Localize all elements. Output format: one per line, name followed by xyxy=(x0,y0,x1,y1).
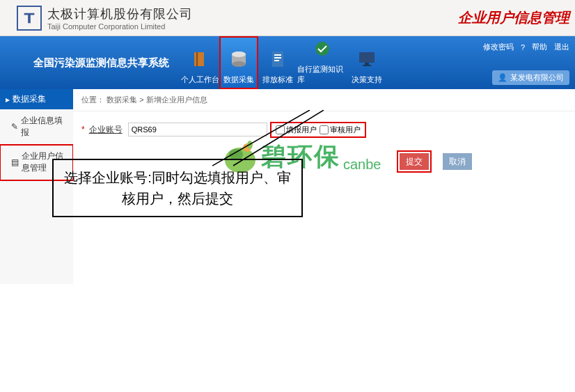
sidebar-header-label: 数据采集 xyxy=(13,93,46,105)
logo-area: 太极计算机股份有限公司 Taiji Computer Corporation L… xyxy=(17,6,193,31)
svg-rect-9 xyxy=(274,60,279,61)
svg-rect-6 xyxy=(272,52,283,67)
nav-item-knowledge[interactable]: 自行监测知识库 xyxy=(297,36,347,89)
user-badge-label: 某发电有限公司 xyxy=(510,72,564,83)
nav-right-links: 修改密码 ? 帮助 退出 xyxy=(483,42,569,52)
body-area: ▸ 数据采集 ✎ 企业信息填报 ▤ 企业用户信息管理 位置： 数据采集 > 新增… xyxy=(0,89,575,284)
nav-label: 决策支持 xyxy=(352,75,382,85)
nav-item-data-collection[interactable]: 数据采集 xyxy=(219,36,258,89)
nav-label: 排放标准 xyxy=(262,75,293,85)
account-label[interactable]: 企业账号 xyxy=(89,124,123,136)
checkbox-review-user[interactable]: 审核用户 xyxy=(320,125,361,135)
svg-rect-8 xyxy=(274,57,281,58)
sidebar-item-enterprise-info[interactable]: ✎ 企业信息填报 xyxy=(0,109,73,145)
breadcrumb-p1[interactable]: 数据采集 xyxy=(107,95,137,104)
system-title: 全国污染源监测信息共享系统 xyxy=(33,56,169,70)
sidebar-item-label: 企业信息填报 xyxy=(21,115,68,139)
logo-icon xyxy=(17,6,42,31)
svg-point-10 xyxy=(315,42,329,56)
monitor-icon xyxy=(354,47,379,72)
help-link[interactable]: 帮助 xyxy=(532,42,547,52)
document-icon xyxy=(265,47,290,72)
app-header: 太极计算机股份有限公司 Taiji Computer Corporation L… xyxy=(0,0,575,36)
checkbox-fill-user[interactable]: 填报用户 xyxy=(276,125,317,135)
nav-label: 个人工作台 xyxy=(181,75,219,85)
nav-item-emission-standard[interactable]: 排放标准 xyxy=(258,36,297,89)
required-star: * xyxy=(81,125,85,134)
chevron-right-icon: ▸ xyxy=(6,95,10,104)
cancel-button[interactable]: 取消 xyxy=(443,153,472,170)
user-badge[interactable]: 👤 某发电有限公司 xyxy=(492,70,569,85)
form-row: * 企业账号 填报用户 审核用户 xyxy=(73,111,575,148)
monitoring-icon xyxy=(310,36,335,61)
annotation-box: 选择企业账号:同时勾选填报用户、审核用户，然后提交 xyxy=(52,159,303,217)
help-icon: ? xyxy=(521,43,525,52)
checkbox-label: 审核用户 xyxy=(330,125,361,135)
breadcrumb-p2: 新增企业用户信息 xyxy=(146,95,207,104)
svg-point-5 xyxy=(232,52,246,57)
book-icon xyxy=(187,47,212,72)
logout-link[interactable]: 退出 xyxy=(554,42,569,52)
page-title: 企业用户信息管理 xyxy=(458,8,569,27)
submit-button[interactable]: 提交 xyxy=(400,153,429,170)
svg-rect-0 xyxy=(194,52,204,66)
svg-point-4 xyxy=(232,61,246,67)
nav-label: 数据采集 xyxy=(223,75,254,85)
nav-items: 个人工作台 数据采集 排放标准 自行监测知识库 决策支持 xyxy=(180,36,386,89)
nav-label: 自行监测知识库 xyxy=(297,64,347,85)
nav-item-workspace[interactable]: 个人工作台 xyxy=(180,36,219,89)
user-icon: 👤 xyxy=(498,73,507,82)
account-input[interactable] xyxy=(128,123,267,136)
edit-icon: ✎ xyxy=(11,122,18,132)
breadcrumb-sep: > xyxy=(139,95,145,104)
database-icon xyxy=(226,47,251,72)
main-content: 位置： 数据采集 > 新增企业用户信息 * 企业账号 填报用户 审核用户 提交 xyxy=(73,89,575,284)
sidebar-header[interactable]: ▸ 数据采集 xyxy=(0,89,73,109)
list-icon: ▤ xyxy=(11,157,19,167)
svg-rect-7 xyxy=(274,54,281,56)
checkbox-group: 填报用户 审核用户 xyxy=(271,123,365,136)
breadcrumb-prefix: 位置： xyxy=(81,95,104,104)
modify-password-link[interactable]: 修改密码 xyxy=(483,42,514,52)
main-navbar: 全国污染源监测信息共享系统 个人工作台 数据采集 排放标准 自行监测知识库 决策… xyxy=(0,36,575,89)
company-name-en: Taiji Computer Corporation Limited xyxy=(47,22,193,31)
svg-rect-13 xyxy=(363,65,371,66)
checkbox-fill-user-input[interactable] xyxy=(276,125,285,134)
svg-rect-12 xyxy=(365,63,369,65)
breadcrumb: 位置： 数据采集 > 新增企业用户信息 xyxy=(73,89,575,111)
checkbox-review-user-input[interactable] xyxy=(320,125,329,134)
company-name-cn: 太极计算机股份有限公司 xyxy=(47,6,193,22)
svg-rect-11 xyxy=(359,52,375,63)
nav-item-decision[interactable]: 决策支持 xyxy=(347,36,386,89)
svg-rect-1 xyxy=(196,52,198,66)
checkbox-label: 填报用户 xyxy=(286,125,317,135)
